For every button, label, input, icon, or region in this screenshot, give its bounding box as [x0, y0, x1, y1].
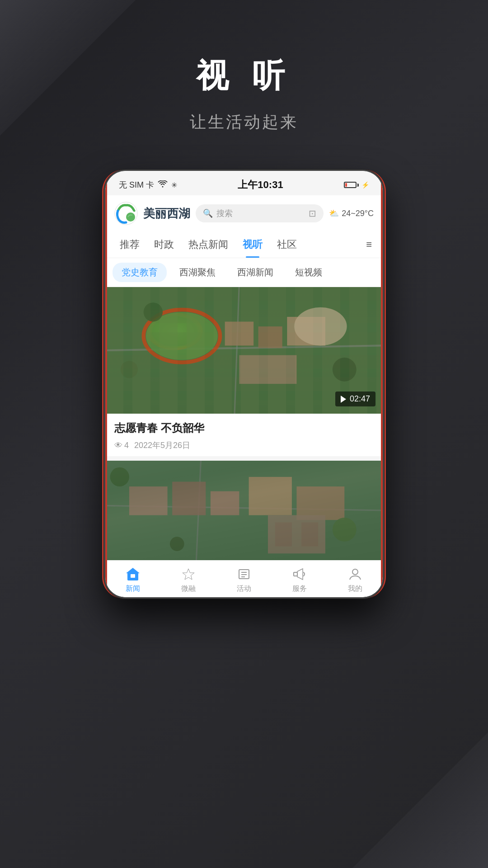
svg-rect-19	[129, 486, 168, 515]
weather-info: ⛅ 24~29°C	[329, 208, 374, 218]
sub-tab-party-history[interactable]: 党史教育	[113, 263, 167, 282]
list-icon	[236, 566, 252, 582]
svg-point-15	[121, 361, 138, 378]
news-icon	[125, 566, 141, 582]
svg-rect-21	[211, 491, 239, 515]
star-icon	[180, 566, 197, 582]
video-date-1: 2022年5月26日	[134, 440, 190, 451]
svg-point-11	[294, 307, 347, 346]
sim-status: 无 SIM 卡	[119, 179, 154, 190]
video-info-1: 志愿青春 不负韶华 👁 4 2022年5月26日	[105, 414, 383, 456]
sub-tabs: 党史教育 西湖聚焦 西湖新闻 短视频	[105, 258, 383, 287]
person-icon	[347, 566, 363, 582]
page-subtitle: 让生活动起来	[0, 111, 488, 133]
app-logo[interactable]	[114, 202, 138, 225]
play-icon	[341, 396, 346, 403]
status-bar: 无 SIM 卡 ✳ 上午10:31	[105, 171, 383, 195]
svg-point-12	[144, 302, 163, 321]
status-left: 无 SIM 卡 ✳	[119, 179, 177, 190]
svg-rect-10	[239, 355, 296, 384]
eye-icon: 👁	[114, 441, 122, 450]
bottom-nav-news-label: 新闻	[126, 584, 140, 594]
nav-item-politics[interactable]: 时政	[147, 231, 181, 258]
search-icon: 🔍	[203, 208, 213, 218]
status-right: ⚡	[344, 181, 369, 189]
svg-point-25	[333, 518, 357, 542]
svg-rect-23	[296, 486, 344, 520]
battery-icon	[344, 182, 359, 188]
svg-point-24	[110, 467, 129, 486]
bottom-nav-news[interactable]: 新闻	[105, 566, 161, 594]
search-placeholder: 搜索	[216, 208, 305, 219]
bottom-nav-mine-label: 我的	[348, 584, 362, 594]
svg-rect-32	[131, 574, 135, 578]
bottom-nav-mine[interactable]: 我的	[327, 566, 383, 594]
svg-point-13	[194, 295, 208, 310]
video-card-2[interactable]	[105, 461, 383, 560]
svg-point-40	[352, 569, 358, 575]
weather-text: 24~29°C	[342, 209, 374, 218]
sub-tab-xih-news[interactable]: 西湖新闻	[228, 263, 282, 282]
svg-point-1	[126, 212, 135, 222]
video-meta-1: 👁 4 2022年5月26日	[114, 440, 374, 451]
status-time: 上午10:31	[238, 178, 283, 192]
svg-rect-29	[301, 522, 318, 546]
wifi-icon	[158, 180, 168, 190]
play-button[interactable]: 02:47	[335, 392, 375, 406]
bottom-nav-weirong[interactable]: 微融	[161, 566, 216, 594]
page-title: 视 听	[0, 54, 488, 98]
svg-rect-20	[172, 481, 206, 515]
bottom-nav-service-label: 服务	[292, 584, 307, 594]
video-duration-1: 02:47	[350, 394, 370, 404]
signal-dots: ✳	[171, 181, 177, 189]
nav-item-recommend[interactable]: 推荐	[113, 231, 147, 258]
bottom-nav-weirong-label: 微融	[181, 584, 196, 594]
search-bar[interactable]: 🔍 搜索 ⊡	[196, 204, 324, 222]
svg-rect-8	[258, 326, 282, 348]
svg-rect-22	[249, 477, 292, 515]
view-count-1: 👁 4	[114, 441, 129, 450]
video-thumbnail-2[interactable]	[105, 461, 383, 560]
svg-marker-39	[297, 569, 303, 580]
video-card-1[interactable]: 02:47 志愿青春 不负韶华 👁 4 2022年5月26日	[105, 287, 383, 456]
svg-marker-31	[126, 568, 140, 573]
sub-tab-short-video[interactable]: 短视频	[286, 263, 331, 282]
bottom-nav-service[interactable]: 服务	[272, 566, 327, 594]
scan-icon[interactable]: ⊡	[309, 208, 316, 219]
bottom-nav-activity[interactable]: 活动	[216, 566, 272, 594]
nav-item-hot-news[interactable]: 热点新闻	[181, 231, 235, 258]
view-number-1: 4	[124, 441, 129, 450]
svg-rect-7	[225, 321, 254, 345]
svg-rect-28	[275, 522, 292, 546]
charging-icon: ⚡	[361, 181, 369, 189]
phone-screen: 无 SIM 卡 ✳ 上午10:31	[105, 171, 383, 597]
header-section: 视 听 让生活动起来	[0, 0, 488, 160]
phone-container: 无 SIM 卡 ✳ 上午10:31	[0, 170, 488, 599]
nav-item-audio-visual[interactable]: 视听	[235, 231, 270, 258]
svg-rect-38	[294, 572, 297, 576]
app-name: 美丽西湖	[143, 206, 190, 222]
svg-point-26	[170, 537, 184, 551]
weather-cloud-icon: ⛅	[329, 208, 339, 218]
video-thumbnail-1[interactable]: 02:47	[105, 287, 383, 414]
app-header: 美丽西湖 🔍 搜索 ⊡ ⛅ 24~29°C	[105, 195, 383, 231]
video-title-1: 志愿青春 不负韶华	[114, 421, 374, 435]
nav-item-community[interactable]: 社区	[270, 231, 304, 258]
svg-marker-33	[183, 569, 194, 580]
menu-icon[interactable]: ≡	[362, 232, 375, 257]
bottom-nav: 新闻 微融	[105, 560, 383, 597]
sub-tab-xih-focus[interactable]: 西湖聚焦	[170, 263, 225, 282]
speaker-icon	[291, 566, 308, 582]
bottom-nav-activity-label: 活动	[237, 584, 251, 594]
phone-frame: 无 SIM 卡 ✳ 上午10:31	[104, 170, 384, 599]
main-nav: 推荐 时政 热点新闻 视听 社区 ≡	[105, 231, 383, 258]
svg-point-14	[333, 358, 357, 382]
